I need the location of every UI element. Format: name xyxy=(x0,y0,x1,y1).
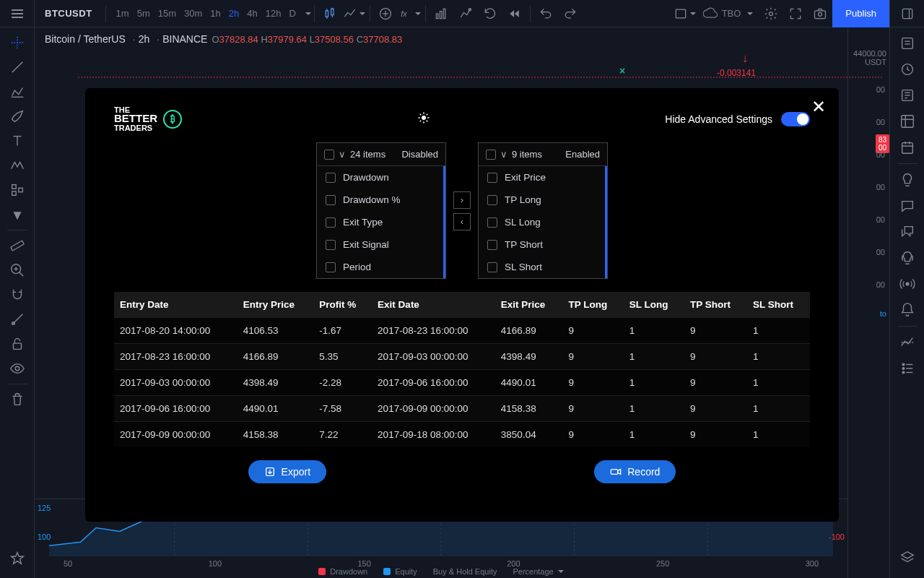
timeframe-1m[interactable]: 1m xyxy=(116,8,129,19)
template-icon[interactable] xyxy=(429,0,453,27)
table-header[interactable]: Profit % xyxy=(313,292,372,318)
object-tree-icon[interactable] xyxy=(890,355,925,381)
table-header[interactable]: TP Long xyxy=(563,292,624,318)
layout-icon[interactable] xyxy=(673,0,697,27)
checkbox[interactable] xyxy=(487,173,497,183)
alert-icon[interactable] xyxy=(453,0,478,27)
save-indicator[interactable]: TBO xyxy=(697,7,759,21)
theme-toggle[interactable] xyxy=(417,111,430,126)
calendar-icon[interactable] xyxy=(890,134,925,160)
column-option[interactable]: Drawdown xyxy=(317,166,445,189)
checkbox[interactable] xyxy=(326,173,336,183)
text-tool-icon[interactable] xyxy=(0,129,35,153)
cross-tool-icon[interactable] xyxy=(0,30,35,55)
timeframe-more-icon[interactable] xyxy=(305,12,311,18)
pattern-tool-icon[interactable] xyxy=(0,153,35,178)
close-icon[interactable]: ✕ xyxy=(811,97,826,117)
brush-tool-icon[interactable] xyxy=(0,104,35,129)
table-header[interactable]: TP Short xyxy=(684,292,747,318)
candles-icon[interactable] xyxy=(318,0,342,27)
table-row[interactable]: 2017-09-09 00:00:004158.387.222017-09-18… xyxy=(114,422,810,448)
magnet-tool-icon[interactable] xyxy=(0,282,35,307)
move-right-button[interactable]: › xyxy=(453,191,471,209)
lock-drawing-icon[interactable] xyxy=(0,307,35,332)
table-header[interactable]: Exit Price xyxy=(495,292,563,318)
column-option[interactable]: SL Long xyxy=(479,211,607,233)
select-all-checkbox[interactable] xyxy=(486,150,496,160)
fib-tool-icon[interactable] xyxy=(0,79,35,104)
move-left-button[interactable]: ‹ xyxy=(453,213,471,230)
private-chat-icon[interactable] xyxy=(890,219,925,245)
chart-area[interactable]: Bitcoin / TetherUS 2h BINANCE O37828.84 … xyxy=(35,27,889,578)
replay-icon[interactable] xyxy=(478,0,502,27)
adv-toggle[interactable] xyxy=(781,112,810,126)
checkbox[interactable] xyxy=(487,195,497,205)
column-option[interactable]: TP Short xyxy=(479,233,607,256)
forecast-tool-icon[interactable] xyxy=(0,178,35,202)
column-option[interactable]: Exit Price xyxy=(479,166,607,189)
chat-icon[interactable] xyxy=(890,193,925,219)
stream-icon[interactable] xyxy=(890,245,925,271)
table-header[interactable]: SL Short xyxy=(747,292,810,318)
rewind-icon[interactable] xyxy=(502,0,527,27)
table-header[interactable]: SL Long xyxy=(624,292,684,318)
checkbox[interactable] xyxy=(487,262,497,272)
indicators-icon[interactable] xyxy=(342,0,367,27)
table-row[interactable]: 2017-08-20 14:00:004106.53-1.672017-08-2… xyxy=(114,318,810,344)
lock-tool-icon[interactable] xyxy=(0,332,35,356)
export-button[interactable]: Export xyxy=(248,460,326,483)
news-icon[interactable] xyxy=(890,82,925,108)
zoom-tool-icon[interactable] xyxy=(0,258,35,282)
column-option[interactable]: Exit Type xyxy=(317,211,445,233)
star-tool-icon[interactable] xyxy=(0,546,35,571)
publish-button[interactable]: Publish xyxy=(832,0,889,27)
column-option[interactable]: Drawdown % xyxy=(317,189,445,211)
record-button[interactable]: Record xyxy=(594,460,676,483)
trash-tool-icon[interactable] xyxy=(0,387,35,412)
timeframe-4h[interactable]: 4h xyxy=(247,8,257,19)
alerts-icon[interactable] xyxy=(890,56,925,82)
broadcast-icon[interactable] xyxy=(890,271,925,297)
compare-icon[interactable] xyxy=(373,0,398,27)
timeframe-30m[interactable]: 30m xyxy=(184,8,202,19)
timeframe-1h[interactable]: 1h xyxy=(210,8,220,19)
table-row[interactable]: 2017-09-06 16:00:004490.01-7.582017-09-0… xyxy=(114,396,810,422)
column-option[interactable]: SL Short xyxy=(479,256,607,278)
timeframe-D[interactable]: D xyxy=(289,8,295,19)
column-option[interactable]: Period xyxy=(317,256,445,278)
checkbox[interactable] xyxy=(326,240,336,250)
table-header[interactable]: Exit Date xyxy=(372,292,495,318)
table-header[interactable]: Entry Date xyxy=(114,292,237,318)
fullscreen-icon[interactable] xyxy=(783,0,808,27)
settings-icon[interactable] xyxy=(759,0,783,27)
column-option[interactable]: TP Long xyxy=(479,189,607,211)
hotlist-icon[interactable] xyxy=(890,108,925,134)
eye-tool-icon[interactable] xyxy=(0,356,35,381)
checkbox[interactable] xyxy=(487,217,497,228)
measure-tool-icon[interactable] xyxy=(0,233,35,258)
checkbox[interactable] xyxy=(326,262,336,272)
timeframe-12h[interactable]: 12h xyxy=(266,8,282,19)
trendline-tool-icon[interactable] xyxy=(0,55,35,79)
column-option[interactable]: Exit Signal xyxy=(317,233,445,256)
table-header[interactable]: Entry Price xyxy=(237,292,313,318)
menu-button[interactable] xyxy=(0,0,35,27)
checkbox[interactable] xyxy=(326,195,336,205)
symbol-label[interactable]: BTCUSDT xyxy=(35,8,103,19)
stack-icon[interactable] xyxy=(890,545,925,571)
timeframe-5m[interactable]: 5m xyxy=(137,8,150,19)
icon-tool-icon[interactable] xyxy=(0,202,35,227)
ideas-icon[interactable] xyxy=(890,167,925,193)
snapshot-icon[interactable] xyxy=(808,0,832,27)
select-all-checkbox[interactable] xyxy=(324,150,334,160)
checkbox[interactable] xyxy=(487,240,497,250)
right-panel-toggle[interactable] xyxy=(889,0,924,27)
fx-icon[interactable]: fx xyxy=(398,0,422,27)
undo-icon[interactable] xyxy=(533,0,558,27)
timeframe-15m[interactable]: 15m xyxy=(158,8,176,19)
notifications-icon[interactable] xyxy=(890,297,925,323)
dom-icon[interactable] xyxy=(890,329,925,355)
table-row[interactable]: 2017-09-03 00:00:004398.49-2.282017-09-0… xyxy=(114,370,810,396)
watchlist-icon[interactable] xyxy=(890,30,925,56)
redo-icon[interactable] xyxy=(558,0,583,27)
